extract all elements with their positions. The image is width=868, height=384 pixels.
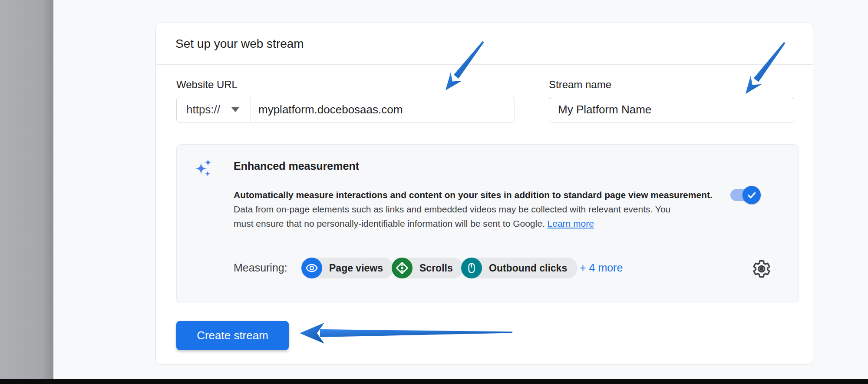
check-icon — [746, 189, 757, 201]
learn-more-link[interactable]: Learn more — [548, 218, 594, 228]
card-header: Set up your web stream — [156, 23, 813, 65]
scroll-icon — [392, 258, 413, 278]
stream-name-label: Stream name — [549, 79, 611, 91]
description-line1: Automatically measure interactions and c… — [234, 188, 744, 202]
sparkle-icon — [194, 157, 215, 178]
stream-name-input[interactable] — [549, 97, 794, 122]
website-url-input[interactable] — [251, 97, 515, 122]
description-line3: must ensure that no personally-identifia… — [234, 216, 744, 231]
website-url-group: https:// — [176, 97, 515, 122]
eye-icon — [301, 258, 322, 278]
protocol-dropdown[interactable]: https:// — [177, 97, 251, 122]
setup-web-stream-card: Set up your web stream Website URL Strea… — [155, 23, 813, 365]
enhanced-measurement-toggle[interactable] — [730, 189, 759, 201]
website-url-label: Website URL — [176, 79, 238, 91]
toggle-knob — [743, 186, 761, 204]
enhanced-measurement-title: Enhanced measurement — [234, 160, 359, 172]
chip-page-views: Page views — [301, 258, 393, 278]
gear-icon[interactable] — [752, 259, 772, 279]
more-measurements-link[interactable]: + 4 more — [580, 262, 623, 274]
chip-scrolls: Scrolls — [392, 258, 463, 278]
page-title: Set up your web stream — [175, 37, 304, 51]
chip-label: Page views — [329, 262, 383, 274]
left-background-strip — [0, 0, 53, 379]
mouse-icon — [461, 258, 482, 278]
screen: Set up your web stream Website URL Strea… — [0, 0, 868, 384]
chevron-down-icon — [231, 107, 239, 112]
chip-outbound-clicks: Outbound clicks — [461, 258, 578, 278]
divider — [191, 240, 783, 240]
chip-label: Scrolls — [419, 262, 453, 274]
measuring-label: Measuring: — [234, 262, 287, 274]
enhanced-measurement-panel: Enhanced measurement Automatically measu… — [176, 144, 799, 303]
bottom-black-bar — [0, 379, 868, 384]
create-stream-button[interactable]: Create stream — [176, 321, 289, 350]
description-line2: Data from on-page elements such as links… — [234, 202, 744, 216]
protocol-value: https:// — [186, 103, 220, 116]
chip-label: Outbound clicks — [489, 262, 567, 274]
enhanced-measurement-description: Automatically measure interactions and c… — [234, 188, 744, 231]
